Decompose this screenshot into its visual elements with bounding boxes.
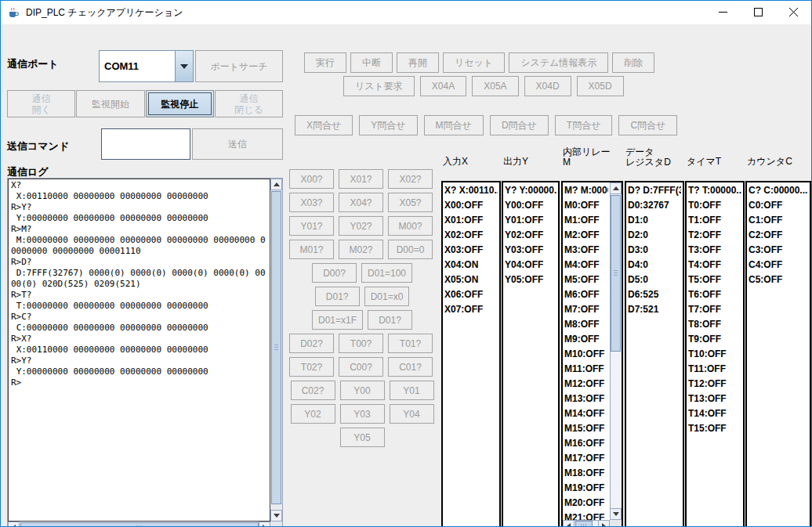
monitor-item[interactable]: Y01:OFF — [505, 213, 556, 228]
monitor-item[interactable]: D4:0 — [628, 258, 681, 273]
plc-test-button[interactable]: Y00 — [340, 381, 385, 400]
monitor-item[interactable]: X02:OFF — [444, 228, 498, 243]
plc-test-button[interactable]: X02? — [388, 169, 433, 189]
monitor-item[interactable]: M10:OFF — [564, 347, 608, 362]
monitor-item[interactable]: C? C:00000... — [749, 183, 808, 198]
monitor-item[interactable]: D6:525 — [628, 287, 681, 302]
plc-test-button[interactable]: Y02? — [339, 216, 383, 236]
plc-test-button[interactable]: D01=100 — [361, 263, 412, 283]
monitor-list-counter-c[interactable]: C? C:00000...C0:OFFC1:OFFC2:OFFC3:OFFC4:… — [745, 181, 811, 527]
monitor-item[interactable]: D5:0 — [628, 273, 681, 287]
plc-test-button[interactable]: C01? — [388, 357, 433, 377]
plc-test-button[interactable]: T00? — [339, 334, 383, 353]
monitor-item[interactable]: Y03:OFF — [505, 243, 556, 258]
monitor-item[interactable]: T2:OFF — [688, 228, 741, 243]
query-button[interactable]: T問合せ — [555, 115, 613, 135]
monitor-item[interactable]: M19:OFF — [564, 481, 608, 496]
monitor-item[interactable]: T6:OFF — [688, 287, 741, 302]
monitor-item[interactable]: T13:OFF — [688, 392, 741, 406]
monitor-item[interactable]: C1:OFF — [749, 213, 808, 228]
command-button[interactable]: 中断 — [350, 52, 393, 73]
monitor-item[interactable]: M15:OFF — [564, 421, 608, 436]
monitor-item[interactable]: M14:OFF — [564, 406, 608, 421]
monitor-item[interactable]: Y00:OFF — [505, 198, 556, 213]
plc-test-button[interactable]: T02? — [289, 357, 334, 377]
com-port-select[interactable]: COM11 — [99, 50, 194, 82]
monitor-item[interactable]: Y? Y:00000... — [505, 183, 556, 198]
monitor-item[interactable]: T3:OFF — [688, 243, 741, 258]
monitor-item[interactable]: M? M:00000... — [564, 183, 608, 198]
monitor-list-timer-t[interactable]: T? T:00000...T0:OFFT1:OFFT2:OFFT3:OFFT4:… — [685, 181, 745, 527]
comm-log-textarea[interactable]: X? X:00110000 00000000 00000000 00000000… — [8, 179, 270, 522]
scroll-up-icon[interactable] — [270, 179, 282, 190]
monitor-item[interactable]: M7:OFF — [564, 302, 608, 317]
scroll-right-icon[interactable] — [259, 522, 270, 527]
query-button[interactable]: X問合せ — [295, 115, 353, 135]
monitor-item[interactable]: M12:OFF — [564, 377, 608, 392]
monitor-item[interactable]: X? X:00110... — [444, 183, 498, 198]
monitor-item[interactable]: T5:OFF — [688, 273, 741, 287]
monitor-item[interactable]: X06:OFF — [444, 287, 498, 302]
command-button[interactable]: リスト要求 — [343, 76, 415, 96]
plc-test-button[interactable]: Y02 — [291, 404, 335, 424]
command-button[interactable]: リセット — [443, 52, 505, 73]
monitor-item[interactable]: T7:OFF — [688, 302, 741, 317]
monitor-item[interactable]: M11:OFF — [564, 362, 608, 377]
maximize-button[interactable] — [741, 1, 776, 23]
plc-test-button[interactable]: M00? — [388, 216, 433, 236]
monitor-stop-button[interactable]: 監視停止 — [146, 90, 214, 117]
monitor-item[interactable]: X00:OFF — [444, 198, 498, 213]
log-vscroll-thumb[interactable] — [271, 191, 281, 504]
plc-test-button[interactable]: X00? — [289, 169, 334, 189]
monitor-item[interactable]: M5:OFF — [564, 273, 608, 287]
monitor-item[interactable]: M6:OFF — [564, 287, 608, 302]
monitor-item[interactable]: M18:OFF — [564, 466, 608, 481]
monitor-item[interactable]: T15:OFF — [688, 421, 741, 436]
scroll-right-icon[interactable] — [598, 520, 610, 527]
monitor-item[interactable]: M0:OFF — [564, 198, 608, 213]
monitor-item[interactable]: C0:OFF — [749, 198, 808, 213]
query-button[interactable]: C問合せ — [618, 115, 677, 135]
plc-test-button[interactable]: Y04 — [390, 404, 434, 424]
monitor-item[interactable]: M9:OFF — [564, 332, 608, 347]
monitor-list-output-y[interactable]: Y? Y:00000...Y00:OFFY01:OFFY02:OFFY03:OF… — [502, 181, 560, 527]
monitor-list-input-x[interactable]: X? X:00110...X00:OFFX01:OFFX02:OFFX03:OF… — [441, 181, 501, 527]
plc-test-button[interactable]: M02? — [339, 240, 383, 259]
monitor-item[interactable]: C2:OFF — [749, 228, 808, 243]
plc-test-button[interactable]: Y01 — [390, 381, 434, 400]
monitor-item[interactable]: M4:OFF — [564, 258, 608, 273]
monitor-item[interactable]: M21:OFF — [564, 511, 608, 520]
monitor-item[interactable]: M17:OFF — [564, 451, 608, 466]
monitor-item[interactable]: T? T:00000... — [688, 183, 741, 198]
plc-test-button[interactable]: D01=x1F — [312, 310, 363, 330]
plc-test-button[interactable]: Y03 — [340, 404, 385, 424]
plc-test-button[interactable]: D02? — [289, 334, 334, 353]
comm-open-button[interactable]: 通信 開く — [7, 90, 75, 117]
monitor-item[interactable]: X05:ON — [444, 273, 498, 287]
send-button[interactable]: 送信 — [192, 128, 283, 160]
m-list-vscrollbar[interactable] — [610, 182, 622, 520]
plc-test-button[interactable]: C02? — [291, 381, 335, 400]
plc-test-button[interactable]: Y01? — [289, 216, 334, 236]
monitor-item[interactable]: M16:OFF — [564, 436, 608, 451]
command-button[interactable]: 削除 — [612, 52, 654, 73]
m-list-vscroll-thumb[interactable] — [611, 195, 621, 352]
monitor-item[interactable]: M3:OFF — [564, 243, 608, 258]
monitor-item[interactable]: C4:OFF — [749, 258, 808, 273]
scroll-left-icon[interactable] — [8, 522, 20, 527]
scroll-left-icon[interactable] — [563, 520, 575, 527]
command-button[interactable]: 実行 — [304, 52, 346, 73]
monitor-item[interactable]: T9:OFF — [688, 332, 741, 347]
titlebar[interactable]: DIP_PLC チェックアプリケーション — [1, 1, 811, 24]
monitor-item[interactable]: D1:0 — [628, 213, 681, 228]
plc-test-button[interactable]: Y05 — [340, 428, 385, 447]
monitor-item[interactable]: T8:OFF — [688, 317, 741, 332]
monitor-item[interactable]: M20:OFF — [564, 496, 608, 511]
plc-test-button[interactable]: X01? — [339, 169, 383, 189]
monitor-item[interactable]: M8:OFF — [564, 317, 608, 332]
monitor-item[interactable]: T1:OFF — [688, 213, 741, 228]
command-button[interactable]: X05A — [472, 76, 518, 96]
monitor-list-internal-relay-m[interactable]: M? M:00000...M0:OFFM1:OFFM2:OFFM3:OFFM4:… — [561, 181, 623, 527]
plc-test-button[interactable]: D01? — [315, 287, 360, 306]
monitor-item[interactable]: X07:OFF — [444, 302, 498, 317]
